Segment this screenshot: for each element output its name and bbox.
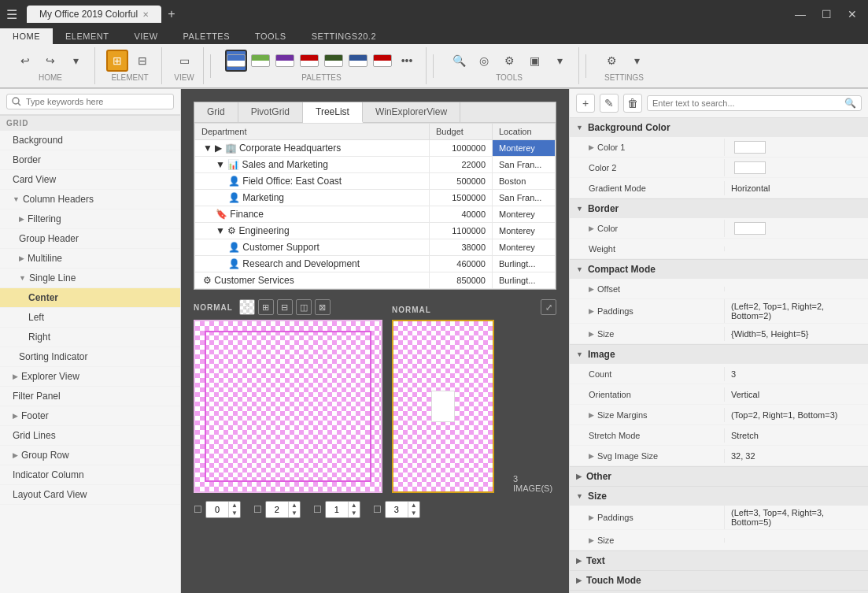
- value-offset[interactable]: [724, 287, 868, 291]
- spinner-2[interactable]: ▲ ▼: [265, 501, 301, 518]
- table-row[interactable]: 👤 Customer Support 38000 Monterey: [195, 239, 556, 256]
- value-border-color[interactable]: [724, 220, 868, 237]
- sidebar-item-explorerview[interactable]: ▶ Explorer View: [0, 367, 180, 387]
- sidebar-item-grouprow[interactable]: ▶ Group Row: [0, 446, 180, 465]
- panel-search-input[interactable]: [652, 98, 844, 108]
- view-button[interactable]: ▭: [173, 50, 195, 72]
- section-header-border[interactable]: ▼ Border: [570, 199, 868, 218]
- grid-tab-pivotgrid[interactable]: PivotGrid: [238, 102, 303, 122]
- color-box-border[interactable]: [734, 222, 766, 235]
- expand-icon[interactable]: ⤢: [541, 299, 556, 315]
- undo-dropdown[interactable]: ▾: [65, 50, 87, 72]
- palette-more-button[interactable]: •••: [396, 50, 418, 72]
- table-row[interactable]: ⚙ Customer Services 850000 Burlingt...: [195, 272, 556, 289]
- settings-button[interactable]: ⚙: [600, 50, 622, 72]
- settings-dropdown[interactable]: ▾: [626, 50, 648, 72]
- preview-btn-1[interactable]: ⠿: [239, 299, 255, 315]
- palette-btn-6[interactable]: [347, 50, 369, 72]
- spinner-1[interactable]: ▲ ▼: [205, 501, 241, 518]
- maximize-button[interactable]: ☐: [817, 6, 837, 22]
- section-header-other[interactable]: ▶ Other: [570, 467, 868, 486]
- spinner-3[interactable]: ▲ ▼: [325, 501, 360, 518]
- section-header-image[interactable]: ▼ Image: [570, 345, 868, 364]
- sidebar-item-border[interactable]: Border: [0, 150, 180, 170]
- section-header-touch[interactable]: ▶ Touch Mode: [570, 571, 868, 590]
- sidebar-item-singleline[interactable]: ▼ Single Line: [0, 269, 180, 288]
- tab-tools[interactable]: TOOLS: [242, 28, 299, 44]
- sidebar-item-sortingindicator[interactable]: Sorting Indicator: [0, 347, 180, 367]
- sidebar-item-cardview[interactable]: Card View: [0, 170, 180, 190]
- preview-btn-5[interactable]: ⊠: [315, 299, 331, 315]
- spinner-1-down[interactable]: ▼: [229, 510, 240, 517]
- tools-dropdown[interactable]: ▾: [549, 50, 571, 72]
- sidebar-item-footer[interactable]: ▶ Footer: [0, 406, 180, 426]
- close-tab-icon[interactable]: ✕: [142, 10, 149, 19]
- sidebar-search-input[interactable]: [6, 94, 174, 109]
- tab-palettes[interactable]: PALETTES: [171, 28, 242, 44]
- value-color2[interactable]: [724, 159, 868, 176]
- spinner-4-input[interactable]: [386, 503, 408, 516]
- section-header-size[interactable]: ▼ Size: [570, 487, 868, 506]
- value-size-size[interactable]: [724, 538, 868, 543]
- table-row[interactable]: 🔖 Finance 40000 Monterey: [195, 206, 556, 223]
- table-row[interactable]: 👤 Research and Development 460000 Burlin…: [195, 256, 556, 272]
- tab-settings[interactable]: SETTINGS20.2: [299, 28, 389, 44]
- sidebar-item-background[interactable]: Background: [0, 131, 180, 150]
- value-compact-size[interactable]: {Width=5, Height=5}: [724, 327, 868, 341]
- table-row[interactable]: ▼ 📊 Sales and Marketing 22000 San Fran..…: [195, 157, 556, 173]
- preview-btn-2[interactable]: ⊞: [258, 299, 274, 315]
- active-tab[interactable]: My Office 2019 Colorful ✕: [27, 6, 161, 23]
- element-remove-button[interactable]: ⊟: [131, 50, 153, 72]
- table-row[interactable]: ▼ ⚙ Engineering 1100000 Monterey: [195, 223, 556, 239]
- table-row[interactable]: 👤 Field Office: East Coast 500000 Boston: [195, 173, 556, 190]
- table-row[interactable]: ▼ ▶ 🏢 Corporate Headquarters 1000000 Mon…: [195, 140, 556, 157]
- panel-delete-button[interactable]: 🗑: [623, 94, 642, 113]
- close-button[interactable]: ✕: [843, 6, 862, 22]
- preview-btn-4[interactable]: ◫: [296, 299, 312, 315]
- spinner-3-input[interactable]: [326, 503, 348, 516]
- grid-tab-treelist[interactable]: TreeList: [303, 102, 363, 123]
- grid-tab-winexplorerview[interactable]: WinExplorerView: [363, 102, 460, 122]
- sidebar-item-filterpanel[interactable]: Filter Panel: [0, 387, 180, 406]
- value-orientation[interactable]: Vertical: [724, 387, 868, 402]
- palette-btn-7[interactable]: [371, 50, 393, 72]
- tab-element[interactable]: ELEMENT: [53, 28, 121, 44]
- value-color1[interactable]: [724, 139, 868, 156]
- value-border-weight[interactable]: [724, 246, 868, 251]
- palette-btn-5[interactable]: [323, 50, 345, 72]
- spinner-2-down[interactable]: ▼: [289, 510, 300, 517]
- sidebar-item-layoutcardview[interactable]: Layout Card View: [0, 485, 180, 505]
- sidebar-item-multiline[interactable]: ▶ Multiline: [0, 249, 180, 269]
- section-header-background[interactable]: ▼ Background Color: [570, 118, 868, 137]
- value-svg-size[interactable]: 32, 32: [724, 449, 868, 463]
- value-stretch-mode[interactable]: Stretch: [724, 428, 868, 443]
- spinner-3-down[interactable]: ▼: [349, 510, 360, 517]
- minimize-button[interactable]: —: [790, 6, 811, 22]
- value-gradient-mode[interactable]: Horizontal: [724, 181, 868, 195]
- value-size-paddings[interactable]: (Left=3, Top=4, Right=3, Bottom=5): [724, 506, 868, 529]
- sidebar-item-columnheaders[interactable]: ▼ Column Headers: [0, 190, 180, 209]
- sidebar-item-groupheader[interactable]: Group Header: [0, 229, 180, 249]
- palette-btn-3[interactable]: [274, 50, 296, 72]
- grid-tool-button[interactable]: ▣: [523, 50, 545, 72]
- color-box-1[interactable]: [734, 141, 766, 154]
- spinner-3-up[interactable]: ▲: [349, 502, 360, 510]
- spinner-4-up[interactable]: ▲: [408, 502, 419, 510]
- section-header-compact[interactable]: ▼ Compact Mode: [570, 260, 868, 279]
- color-box-2[interactable]: [734, 161, 766, 174]
- value-size-margins[interactable]: (Top=2, Right=1, Bottom=3): [724, 408, 868, 422]
- palette-btn-2[interactable]: [249, 50, 271, 72]
- sidebar-item-right[interactable]: Right: [0, 328, 180, 347]
- redo-button[interactable]: ↪: [39, 50, 61, 72]
- tab-view[interactable]: VIEW: [121, 28, 170, 44]
- panel-edit-button[interactable]: ✎: [600, 94, 619, 113]
- sidebar-item-indicatorcol[interactable]: Indicator Column: [0, 465, 180, 485]
- element-add-button[interactable]: ⊞: [106, 50, 128, 72]
- hamburger-icon[interactable]: ☰: [6, 7, 17, 22]
- add-tab-button[interactable]: +: [168, 7, 175, 21]
- palette-btn-1[interactable]: [225, 50, 247, 72]
- search-tool-button[interactable]: 🔍: [448, 50, 470, 72]
- value-compact-paddings[interactable]: (Left=2, Top=1, Right=2, Bottom=2): [724, 299, 868, 323]
- sidebar-item-filtering[interactable]: ▶ Filtering: [0, 209, 180, 229]
- target-tool-button[interactable]: ◎: [473, 50, 495, 72]
